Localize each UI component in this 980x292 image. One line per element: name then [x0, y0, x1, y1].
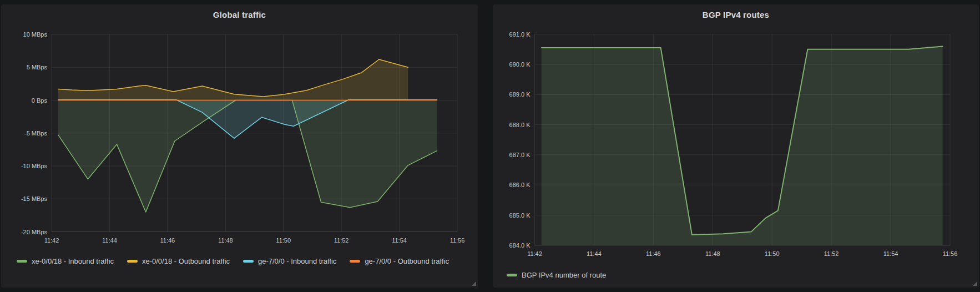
legend-item[interactable]: ge-7/0/0 - Inbound traffic: [243, 256, 336, 266]
x-axis-tick-label: 11:56: [450, 237, 465, 244]
legend-series-color-marker: [17, 260, 27, 263]
legend-series-label: xe-0/0/18 - Inbound traffic: [32, 257, 114, 265]
y-axis-tick-label: -15 MBps: [21, 195, 48, 202]
traffic-chart-legend: xe-0/0/18 - Inbound trafficxe-0/0/18 - O…: [17, 256, 469, 266]
x-axis-tick-label: 11:52: [334, 237, 349, 244]
x-axis-tick-label: 11:54: [883, 250, 898, 257]
traffic-chart-plot: 10 MBps5 MBps0 Bps-5 MBps-10 MBps-15 MBp…: [1, 4, 478, 288]
x-axis-tick-label: 11:50: [765, 250, 780, 257]
y-axis-tick-label: -20 MBps: [21, 229, 48, 235]
y-axis-tick-label: 5 MBps: [27, 64, 48, 71]
bgp-chart-legend: BGP IPv4 number of route: [507, 270, 967, 280]
x-axis-tick-label: 11:48: [705, 250, 720, 257]
panel-bgp-ipv4-routes: BGP IPv4 routes 691.0 K690.0 K689.0 K688…: [493, 4, 979, 288]
legend-series-color-marker: [243, 260, 254, 263]
y-axis-tick-label: 690.0 K: [509, 61, 531, 68]
y-axis-tick-label: -10 MBps: [21, 163, 48, 169]
x-axis-tick-label: 11:48: [218, 237, 233, 244]
x-axis-tick-label: 11:42: [44, 237, 59, 244]
y-axis-tick-label: 684.0 K: [509, 242, 531, 249]
legend-series-color-marker: [350, 260, 360, 263]
series-area: [542, 46, 943, 245]
y-axis-tick-label: 687.0 K: [509, 152, 531, 158]
legend-item[interactable]: BGP IPv4 number of route: [507, 270, 606, 280]
legend-series-label: ge-7/0/0 - Inbound traffic: [258, 257, 336, 265]
x-axis-tick-label: 11:50: [276, 237, 291, 244]
x-axis-tick-label: 11:46: [160, 237, 175, 244]
x-axis-tick-label: 11:42: [527, 250, 542, 257]
legend-item[interactable]: xe-0/0/18 - Inbound traffic: [17, 256, 114, 266]
y-axis-tick-label: 691.0 K: [509, 31, 531, 38]
panel-global-traffic: Global traffic 10 MBps5 MBps0 Bps-5 MBps…: [1, 4, 478, 288]
y-axis-tick-label: 685.0 K: [509, 212, 531, 219]
legend-series-color-marker: [127, 260, 138, 263]
legend-item[interactable]: ge-7/0/0 - Outbound traffic: [350, 256, 449, 266]
legend-series-label: BGP IPv4 number of route: [522, 271, 606, 279]
x-axis-tick-label: 11:56: [943, 250, 958, 257]
y-axis-tick-label: 689.0 K: [509, 91, 531, 98]
x-axis-tick-label: 11:52: [824, 250, 839, 257]
panel-resize-handle[interactable]: [973, 281, 977, 286]
x-axis-tick-label: 11:54: [392, 237, 407, 244]
y-axis-tick-label: 688.0 K: [509, 122, 531, 128]
y-axis-tick-label: -5 MBps: [24, 130, 47, 137]
y-axis-tick-label: 0 Bps: [32, 97, 48, 104]
legend-item[interactable]: xe-0/0/18 - Outbound traffic: [127, 256, 230, 266]
y-axis-tick-label: 10 MBps: [23, 31, 48, 38]
legend-series-label: ge-7/0/0 - Outbound traffic: [365, 257, 449, 265]
y-axis-tick-label: 686.0 K: [509, 182, 531, 188]
bgp-chart-plot: 691.0 K690.0 K689.0 K688.0 K687.0 K686.0…: [493, 4, 979, 288]
x-axis-tick-label: 11:44: [587, 250, 602, 257]
x-axis-tick-label: 11:46: [646, 250, 661, 257]
legend-series-label: xe-0/0/18 - Outbound traffic: [142, 257, 230, 265]
panel-resize-handle[interactable]: [472, 281, 476, 286]
legend-series-color-marker: [507, 274, 517, 276]
x-axis-tick-label: 11:44: [102, 237, 117, 244]
